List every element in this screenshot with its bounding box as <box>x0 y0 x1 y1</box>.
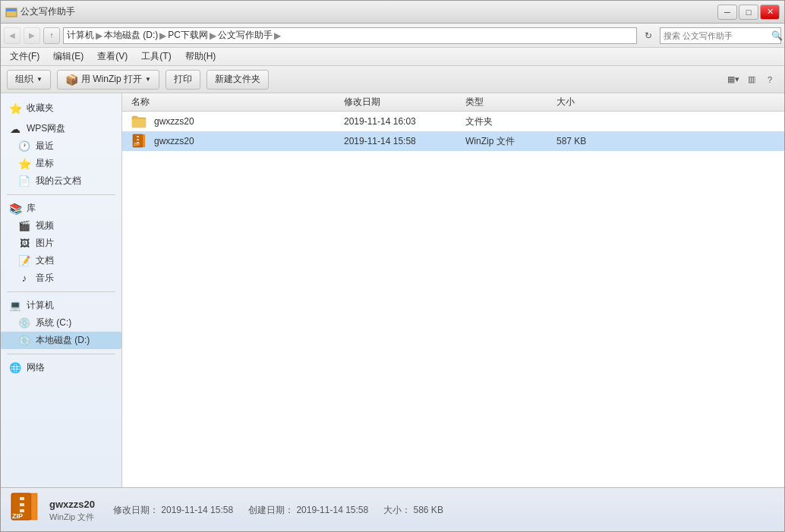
sidebar-item-favorites[interactable]: ⭐ 收藏夹 <box>1 99 121 117</box>
organize-button[interactable]: 组织 ▼ <box>7 70 51 90</box>
menu-help[interactable]: 帮助(H) <box>179 49 222 65</box>
network-label: 网络 <box>27 361 45 374</box>
main-area: ⭐ 收藏夹 ☁ WPS网盘 🕐 最近 ⭐ 星标 📄 我的云文档 <box>1 93 784 487</box>
address-path[interactable]: 计算机 ▶ 本地磁盘 (D:) ▶ PC下载网 ▶ 公文写作助手 ▶ <box>63 27 637 44</box>
recent-label: 最近 <box>36 140 54 153</box>
sidebar-item-documents[interactable]: 📝 文档 <box>1 252 121 269</box>
sidebar-item-cloud-docs[interactable]: 📄 我的云文档 <box>1 172 121 190</box>
newfolder-button[interactable]: 新建文件夹 <box>206 70 269 90</box>
sidebar-item-drive-d[interactable]: 💿 本地磁盘 (D:) <box>1 332 121 349</box>
col-size[interactable]: 大小 <box>553 96 614 109</box>
col-name[interactable]: 名称 <box>128 96 341 109</box>
path-computer[interactable]: 计算机 <box>67 29 94 42</box>
svg-rect-11 <box>20 503 24 506</box>
organize-label: 组织 <box>15 73 33 86</box>
status-filetype: WinZip 文件 <box>49 512 95 523</box>
sidebar-item-music[interactable]: ♪ 音乐 <box>1 269 121 287</box>
drive-c-label: 系统 (C:) <box>36 316 71 329</box>
sidebar: ⭐ 收藏夹 ☁ WPS网盘 🕐 最近 ⭐ 星标 📄 我的云文档 <box>1 93 122 487</box>
close-button[interactable]: ✕ <box>760 5 780 20</box>
menu-tools[interactable]: 工具(T) <box>135 49 177 65</box>
window-title: 公文写作助手 <box>20 5 75 18</box>
status-details: 修改日期： 2019-11-14 15:58 创建日期： 2019-11-14 … <box>113 504 443 517</box>
zip-icon: ZIP <box>131 134 147 149</box>
file-row[interactable]: gwxzzs20 2019-11-14 16:03 文件夹 <box>122 112 784 131</box>
view-icons: ▦▾ ▥ ? <box>725 71 778 88</box>
search-icon[interactable]: 🔍 <box>771 30 783 41</box>
sidebar-section-network: 🌐 网络 <box>1 359 121 376</box>
window-controls[interactable]: ─ □ ✕ <box>717 5 780 20</box>
favorites-icon: ⭐ <box>8 102 22 115</box>
computer-icon: 💻 <box>8 300 22 311</box>
menu-view[interactable]: 查看(V) <box>91 49 134 65</box>
svg-rect-10 <box>20 497 24 500</box>
menu-file[interactable]: 文件(F) <box>4 49 46 65</box>
minimize-button[interactable]: ─ <box>717 5 737 20</box>
forward-button[interactable]: ▶ <box>24 27 40 44</box>
svg-rect-5 <box>137 139 139 140</box>
print-button[interactable]: 打印 <box>166 70 200 90</box>
menu-edit[interactable]: 编辑(E) <box>47 49 90 65</box>
newfolder-label: 新建文件夹 <box>215 73 260 86</box>
sidebar-item-drive-c[interactable]: 💿 系统 (C:) <box>1 314 121 332</box>
file-list-header: 名称 修改日期 类型 大小 <box>122 93 784 112</box>
sidebar-item-computer[interactable]: 💻 计算机 <box>1 297 121 314</box>
file-row-selected[interactable]: ZIP gwxzzs20 2019-11-14 15:58 WinZip 文件 … <box>122 131 784 151</box>
sidebar-item-pictures[interactable]: 🖼 图片 <box>1 235 121 252</box>
svg-text:ZIP: ZIP <box>134 142 140 146</box>
col-modified[interactable]: 修改日期 <box>341 96 462 109</box>
folder-icon <box>131 115 147 128</box>
print-label: 打印 <box>174 73 192 86</box>
file-type-2: WinZip 文件 <box>462 135 553 148</box>
col-type[interactable]: 类型 <box>462 96 553 109</box>
file-name-1: gwxzzs20 <box>151 116 197 127</box>
view-pane-button[interactable]: ▥ <box>743 71 760 88</box>
file-name-cell-2: ZIP gwxzzs20 <box>128 134 341 149</box>
music-label: 音乐 <box>36 272 54 285</box>
starred-label: 星标 <box>36 157 54 170</box>
file-modified-2: 2019-11-14 15:58 <box>341 136 462 146</box>
file-size-2: 587 KB <box>553 136 614 146</box>
svg-rect-1 <box>6 8 17 11</box>
drive-d-icon: 💿 <box>17 335 31 346</box>
sidebar-divider-3 <box>7 354 115 354</box>
drive-d-label: 本地磁盘 (D:) <box>36 334 90 347</box>
back-button[interactable]: ◀ <box>4 27 20 44</box>
help-button[interactable]: ? <box>761 71 778 88</box>
view-details-button[interactable]: ▦▾ <box>725 71 742 88</box>
sidebar-section-wps: ☁ WPS网盘 🕐 最近 ⭐ 星标 📄 我的云文档 <box>1 120 121 190</box>
sidebar-item-library[interactable]: 📚 库 <box>1 200 121 217</box>
path-folder2[interactable]: 公文写作助手 <box>218 29 273 42</box>
svg-rect-3 <box>143 134 145 147</box>
winzip-label: 用 WinZip 打开 <box>81 73 142 86</box>
address-bar: ◀ ▶ ↑ 计算机 ▶ 本地磁盘 (D:) ▶ PC下载网 ▶ 公文写作助手 ▶… <box>1 24 784 48</box>
window-icon <box>5 6 17 18</box>
sidebar-divider-2 <box>7 291 115 292</box>
sidebar-item-starred[interactable]: ⭐ 星标 <box>1 155 121 172</box>
winzip-icon: 📦 <box>65 74 78 86</box>
status-modified: 修改日期： 2019-11-14 15:58 <box>113 504 233 517</box>
pictures-label: 图片 <box>36 237 54 250</box>
search-input[interactable] <box>664 31 768 40</box>
path-drive[interactable]: 本地磁盘 (D:) <box>104 29 158 42</box>
winzip-button[interactable]: 📦 用 WinZip 打开 ▼ <box>57 70 159 90</box>
up-button[interactable]: ↑ <box>43 27 60 44</box>
sidebar-item-network[interactable]: 🌐 网络 <box>1 359 121 376</box>
file-name-2: gwxzzs20 <box>151 136 197 146</box>
sidebar-item-recent[interactable]: 🕐 最近 <box>1 137 121 155</box>
sidebar-item-wps[interactable]: ☁ WPS网盘 <box>1 120 121 137</box>
svg-text:ZIP: ZIP <box>12 512 23 520</box>
sidebar-item-video[interactable]: 🎬 视频 <box>1 217 121 235</box>
maximize-button[interactable]: □ <box>739 5 758 20</box>
refresh-button[interactable]: ↻ <box>640 27 657 44</box>
search-box[interactable]: 🔍 <box>660 27 781 44</box>
title-bar-left: 公文写作助手 <box>5 5 75 18</box>
wps-label: WPS网盘 <box>27 122 65 135</box>
library-icon: 📚 <box>8 203 22 215</box>
file-type-1: 文件夹 <box>462 115 553 128</box>
cloud-docs-icon: 📄 <box>17 175 31 187</box>
documents-icon: 📝 <box>17 255 31 266</box>
svg-rect-9 <box>31 493 37 520</box>
computer-label: 计算机 <box>27 299 54 312</box>
path-folder1[interactable]: PC下载网 <box>168 29 208 42</box>
